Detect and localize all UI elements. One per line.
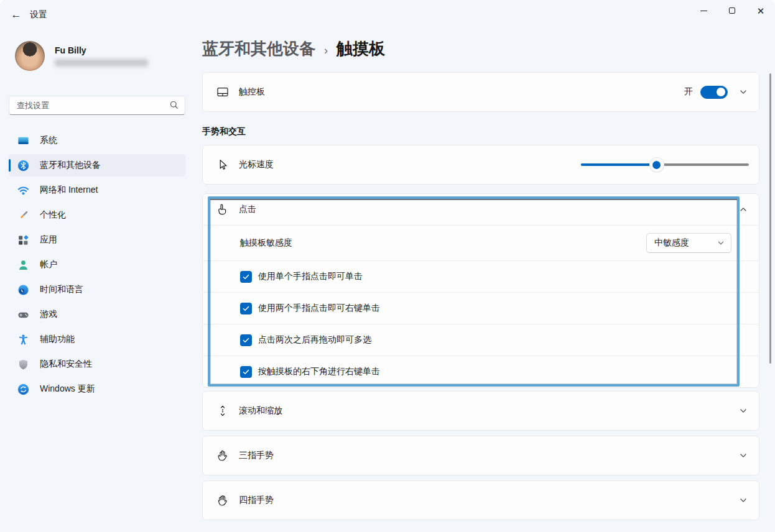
bluetooth-icon: [17, 160, 29, 172]
chevron-up-icon[interactable]: [739, 205, 748, 214]
sidebar-item-bluetooth-devices[interactable]: 蓝牙和其他设备: [9, 154, 185, 177]
sidebar-item-apps[interactable]: 应用: [9, 229, 185, 251]
profile-card[interactable]: Fu Billy: [9, 37, 185, 75]
tap-gesture-icon: [216, 203, 229, 216]
cursor-speed-slider[interactable]: [581, 158, 749, 171]
cursor-speed-card: 光标速度: [202, 145, 759, 185]
three-finger-gestures-card[interactable]: 三指手势: [202, 436, 759, 475]
sidebar-item-personalization[interactable]: 个性化: [9, 204, 185, 226]
checkbox-tap-twice-drag[interactable]: [240, 334, 252, 346]
scroll-zoom-icon: [216, 405, 229, 417]
sidebar-nav: 系统 蓝牙和其他设备 网络和 Internet 个性化 应用 帐户: [9, 129, 185, 400]
touchpad-card[interactable]: 触控板 开: [202, 72, 759, 112]
slider-fill: [581, 163, 657, 166]
checkbox-row: 使用单个手指点击即可单击: [203, 260, 759, 292]
sensitivity-dropdown[interactable]: 中敏感度: [646, 233, 731, 253]
checkbox-row: 按触摸板的右下角进行右键单击: [203, 355, 759, 387]
gaming-icon: [17, 309, 29, 321]
personalization-icon: [17, 209, 29, 221]
network-icon: [17, 185, 29, 196]
four-finger-icon: [216, 494, 229, 507]
time-language-icon: [17, 284, 29, 296]
taps-label: 点击: [239, 204, 256, 215]
sidebar-item-privacy[interactable]: 隐私和安全性: [9, 353, 185, 375]
close-icon: ✕: [757, 6, 765, 16]
search-box: [9, 96, 185, 115]
scroll-zoom-card[interactable]: 滚动和缩放: [202, 391, 759, 431]
accounts-icon: [17, 259, 29, 271]
maximize-icon: [729, 7, 735, 14]
sidebar-item-accessibility[interactable]: 辅助功能: [9, 328, 185, 351]
chevron-down-icon[interactable]: [739, 496, 748, 505]
close-button[interactable]: ✕: [746, 0, 775, 21]
maximize-button[interactable]: [718, 0, 746, 21]
checkbox-right-corner-click[interactable]: [240, 366, 252, 378]
touchpad-toggle[interactable]: [700, 86, 728, 99]
sidebar-item-system[interactable]: 系统: [9, 129, 185, 152]
checkbox-row: 点击两次之后再拖动即可多选: [203, 324, 759, 355]
sensitivity-label: 触摸板敏感度: [240, 237, 292, 249]
cursor-icon: [216, 158, 229, 171]
privacy-icon: [17, 359, 29, 370]
search-input[interactable]: [9, 96, 185, 115]
app-title: 设置: [30, 9, 47, 21]
minimize-button[interactable]: [689, 0, 718, 21]
checkbox-single-finger-tap[interactable]: [240, 271, 252, 283]
breadcrumb: 蓝牙和其他设备 › 触摸板: [202, 38, 759, 60]
taps-card-header[interactable]: 点击: [203, 194, 759, 225]
breadcrumb-separator: ›: [324, 44, 328, 57]
scrollbar-thumb[interactable]: [769, 73, 771, 364]
sidebar-item-network[interactable]: 网络和 Internet: [9, 179, 185, 201]
minimize-icon: [700, 11, 707, 11]
sidebar: Fu Billy 系统 蓝牙和其他设备 网络和 Internet: [0, 30, 194, 532]
apps-icon: [17, 234, 29, 246]
back-button[interactable]: ←: [5, 4, 27, 26]
sensitivity-row: 触摸板敏感度 中敏感度: [203, 225, 759, 260]
sidebar-item-gaming[interactable]: 游戏: [9, 303, 185, 326]
toggle-state-label: 开: [684, 86, 693, 98]
slider-thumb[interactable]: [650, 158, 664, 172]
windows-update-icon: [17, 383, 29, 395]
checkbox-row: 使用两个手指点击即可右键单击: [203, 292, 759, 324]
breadcrumb-parent[interactable]: 蓝牙和其他设备: [202, 38, 315, 60]
section-title: 手势和交互: [202, 126, 759, 137]
profile-email-redacted: [55, 59, 148, 66]
chevron-down-icon[interactable]: [739, 451, 748, 460]
sidebar-item-accounts[interactable]: 帐户: [9, 254, 185, 276]
accessibility-icon: [17, 334, 29, 346]
page-title: 触摸板: [336, 38, 385, 60]
main-content: 蓝牙和其他设备 › 触摸板 触控板 开 手势和交互: [202, 30, 759, 532]
profile-name: Fu Billy: [55, 45, 148, 55]
settings-window: ← 设置 ✕ Fu Billy 系统: [0, 0, 775, 532]
avatar: [15, 41, 45, 71]
four-finger-gestures-card[interactable]: 四指手势: [202, 480, 759, 520]
sidebar-item-time-language[interactable]: 时间和语言: [9, 278, 185, 301]
sensitivity-value: 中敏感度: [654, 237, 689, 249]
three-finger-icon: [216, 449, 229, 462]
checkbox-two-finger-tap[interactable]: [240, 303, 252, 314]
touchpad-label: 触控板: [239, 86, 265, 98]
sidebar-item-windows-update[interactable]: Windows 更新: [9, 378, 185, 400]
titlebar: ← 设置 ✕: [0, 0, 775, 30]
chevron-down-icon[interactable]: [739, 88, 748, 96]
touchpad-icon: [216, 86, 229, 98]
window-controls: ✕: [689, 0, 775, 21]
chevron-down-icon: [717, 239, 725, 247]
taps-card: 点击 触摸板敏感度 中敏感度: [202, 193, 759, 388]
cursor-speed-label: 光标速度: [239, 159, 274, 170]
system-icon: [17, 135, 29, 147]
chevron-down-icon[interactable]: [739, 406, 748, 415]
